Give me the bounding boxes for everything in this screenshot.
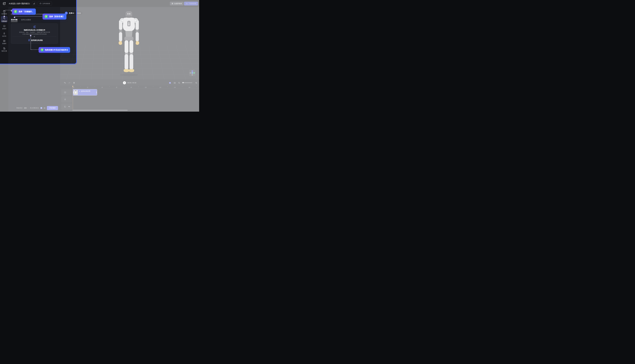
clip-thumbnail <box>74 90 78 95</box>
sparkles-icon <box>3 17 6 20</box>
file-status-label: 文件未保存 <box>42 2 50 5</box>
microphone-icon <box>28 38 31 42</box>
tutorial-dot-1 <box>4 16 5 17</box>
svg-text:Y: Y <box>192 72 193 74</box>
tab-use-synth-material[interactable]: 使用合成素材 <box>21 19 31 21</box>
track-expression[interactable] <box>61 89 72 96</box>
sidebar-item-label: 我的任务 <box>2 50 7 52</box>
svg-text:Z: Z <box>192 71 193 72</box>
ruler-label: 0f <box>73 87 74 88</box>
robot-model-badge: 灵犀X2 青春版 <box>64 11 83 15</box>
upload-title: 拖拽至此或点击上传音频文件 <box>11 29 58 31</box>
play-button[interactable] <box>123 81 126 84</box>
undo-button[interactable] <box>64 82 66 84</box>
tutorial-step-2: 2 选择【添加音频】 <box>43 14 66 20</box>
cost-label: 本次消耗积分 <box>30 107 39 109</box>
robot-face-icon <box>3 25 6 28</box>
task-list-icon <box>3 47 6 50</box>
sidebar-item-motion-library[interactable]: 动作库 <box>0 31 9 38</box>
playhead-line[interactable] <box>73 86 73 110</box>
delete-button[interactable] <box>73 82 75 84</box>
cloud-unsaved-icon <box>40 2 42 4</box>
top-bar: A1机器人动作-我的项目1 文件未保存 合成并保存 <box>0 0 199 7</box>
axis-gizmo[interactable]: Z Y X <box>189 70 195 76</box>
ruler-label: 12f <box>159 87 161 88</box>
tutorial-connector-1-h <box>5 10 11 10</box>
audio-arrange-panel: 音频编排 通过上传的音频，智能匹配生成相应的动作和表情的音频编排素材 添加音频 … <box>9 7 60 112</box>
step-3-badge: 3 <box>41 48 44 52</box>
sidebar: 动作模仿 音频编排 表情库 动作库 <box>0 7 9 112</box>
smiley-track-icon <box>64 91 66 94</box>
mic-record-button[interactable]: 使用麦克风录制 <box>31 39 43 42</box>
file-status-badge: 文件未保存 <box>38 2 52 6</box>
step-3-text: 拖拽音频文件至此区域或单击 <box>45 49 68 51</box>
person-icon <box>3 32 6 35</box>
sidebar-item-expression-library[interactable]: 表情库 <box>0 24 9 30</box>
svg-text:X: X <box>194 72 194 74</box>
rename-button[interactable] <box>32 2 36 6</box>
divider-or-label: 或 <box>34 36 35 38</box>
ruler-label: 14f <box>174 87 176 88</box>
tab-active-underline <box>11 22 18 22</box>
timeline-ruler[interactable]: 0f 2f 4f 6f 8f 10f 12f 14f 16f <box>60 86 199 89</box>
audio-upload-dropzone[interactable]: 拖拽至此或点击上传音频文件 支持mp3、wav、Flac格式，音频长度不超过5分… <box>11 24 58 44</box>
badge-divider <box>75 12 75 14</box>
start-arrange-button[interactable]: 开始编排 <box>47 106 58 110</box>
axis-neg-x <box>190 72 191 74</box>
music-track-icon <box>64 106 66 108</box>
robot-model-name: 灵犀X2 <box>69 12 74 14</box>
redo-button[interactable] <box>68 82 70 84</box>
tutorial-connector-2-h <box>15 16 42 16</box>
clip-label: 超帅走路姿势 <box>81 90 90 92</box>
sidebar-item-label: 动作库 <box>2 36 6 37</box>
save-icon <box>171 3 173 4</box>
sidebar-item-audio-library[interactable]: 音频库 <box>0 38 9 46</box>
cost-value: 10 <box>44 107 45 109</box>
project-title: A1机器人动作-我的项目1 <box>9 0 30 7</box>
step-1-badge: 1 <box>14 10 17 13</box>
tutorial-connector-3-h <box>31 50 39 50</box>
upload-music-icon <box>33 25 36 28</box>
zoom-in-button[interactable] <box>195 82 197 84</box>
save-button[interactable]: 合成并保存 <box>170 2 184 6</box>
pencil-icon <box>33 3 35 4</box>
upload-note: 注意:目前仅支持中文和英文语言的识别 <box>11 33 58 35</box>
upload-formats: 支持mp3、wav、Flac格式，音频长度不超过5分钟 <box>11 31 58 33</box>
save-button-label: 合成并保存 <box>174 2 182 5</box>
deploy-button-label: 下发到设备 <box>188 2 196 5</box>
step-1-text: 选择「音频编排」 <box>19 10 34 13</box>
zoom-out-button[interactable] <box>178 82 180 84</box>
robot-model-edition: 青春版 <box>76 12 81 14</box>
deploy-button[interactable]: 下发到设备 <box>184 2 198 6</box>
tutorial-step-3: 3 拖拽音频文件至此区域或单击 <box>39 47 70 53</box>
track-audio[interactable] <box>61 103 72 110</box>
panel-footer: 剩余积分 300 本次消耗积分 10 开始编排 <box>9 104 60 112</box>
timeline-scrollbar[interactable] <box>72 110 128 110</box>
ruler-label: 8f <box>131 87 132 88</box>
time-display: 00:00 / 00:30 <box>127 80 136 86</box>
speaker-icon[interactable] <box>68 106 70 108</box>
timeline-zoom-slider-knob[interactable] <box>182 82 184 83</box>
tutorial-step-1: 1 选择「音频编排」 <box>12 8 36 15</box>
clip-trim-handle-left[interactable] <box>73 91 74 94</box>
audio-library-icon <box>3 40 6 42</box>
sidebar-item-my-tasks[interactable]: 我的任务 <box>0 46 9 53</box>
clip-trim-handle-right[interactable] <box>96 91 97 94</box>
timeline-zoom-slider[interactable] <box>182 82 192 83</box>
ruler-label: 4f <box>102 87 103 88</box>
ruler-label: 16f <box>188 87 190 88</box>
credit-gem-icon <box>41 107 42 109</box>
ruler-label: 2f <box>87 87 88 88</box>
fit-timeline-button[interactable] <box>174 82 176 84</box>
tutorial-dot-2 <box>14 16 15 18</box>
ruler-label: 6f <box>116 87 117 88</box>
tab-add-audio[interactable]: 添加音频 <box>11 19 18 21</box>
axis-neg-z <box>192 74 193 76</box>
remaining-credits-value: 300 <box>24 107 27 109</box>
timeline-clip-walk-pose[interactable]: 超帅走路姿势 <box>73 89 97 96</box>
app-logo-icon <box>3 2 6 5</box>
track-motion[interactable] <box>61 96 72 102</box>
keyframe-toggle-button[interactable] <box>169 82 171 84</box>
robot-3d-viewport[interactable]: 灵犀X2 青春版 Z Y X <box>60 7 199 80</box>
timeline-area: 0f 2f 4f 6f 8f 10f 12f 14f 16f <box>60 86 199 112</box>
